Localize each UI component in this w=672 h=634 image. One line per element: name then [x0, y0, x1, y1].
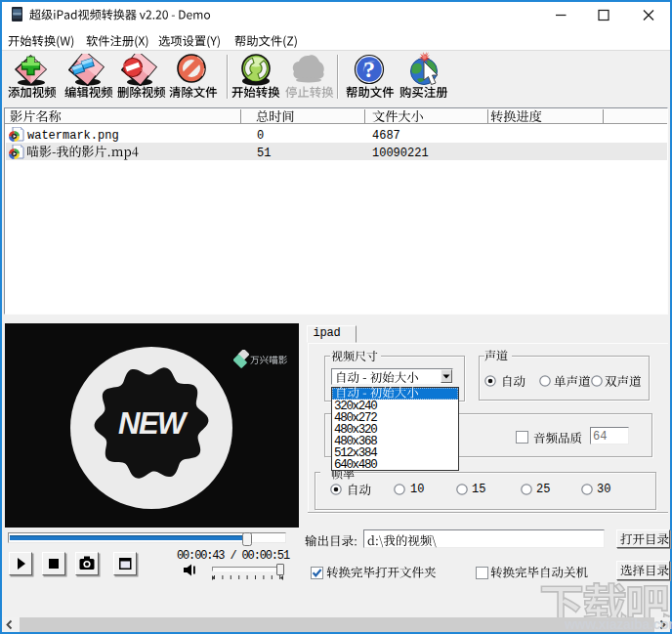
svg-text:?: ? — [363, 57, 375, 82]
